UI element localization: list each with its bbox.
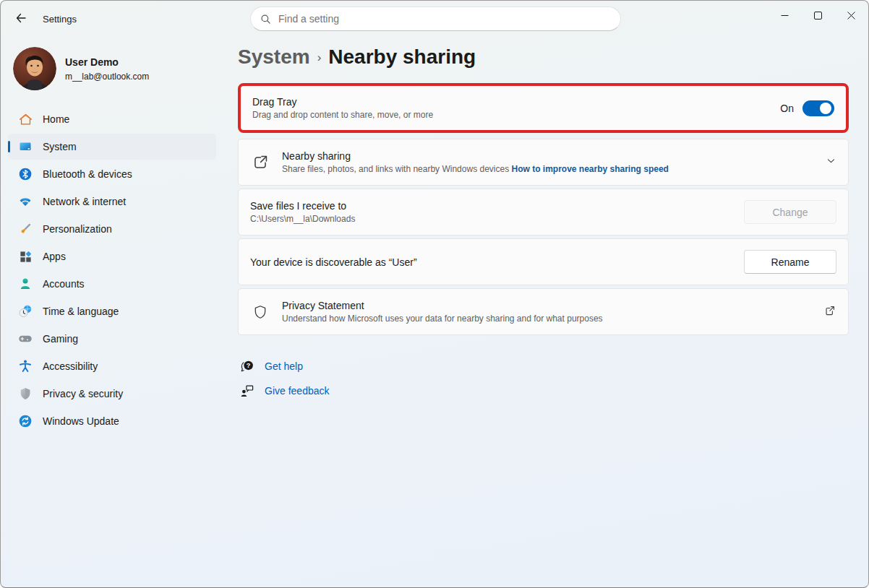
discoverable-card: Your device is discoverable as “User” Re… xyxy=(238,238,849,285)
help-links: ? Get help Give feedback xyxy=(238,358,849,399)
sidebar-item-label: Privacy & security xyxy=(43,388,123,399)
wifi-icon xyxy=(18,194,33,209)
search-input[interactable] xyxy=(278,13,611,25)
sidebar: User Demo m__lab@outlook.com Home System xyxy=(1,37,225,588)
shield-icon xyxy=(18,386,33,401)
sidebar-item-gaming[interactable]: Gaming xyxy=(8,326,216,352)
sidebar-item-accounts[interactable]: Accounts xyxy=(8,271,216,297)
improve-speed-link[interactable]: How to improve nearby sharing speed xyxy=(512,164,669,174)
sidebar-item-label: Apps xyxy=(43,251,66,262)
share-icon xyxy=(250,153,270,172)
drag-tray-toggle[interactable]: On xyxy=(780,100,834,116)
rename-button[interactable]: Rename xyxy=(744,250,836,274)
sidebar-item-label: Accounts xyxy=(43,278,85,290)
user-email: m__lab@outlook.com xyxy=(65,72,149,82)
get-help-link[interactable]: Get help xyxy=(265,360,303,372)
save-files-title: Save files I receive to xyxy=(250,200,355,212)
sidebar-item-label: Time & language xyxy=(43,306,119,317)
svg-text:?: ? xyxy=(247,362,251,369)
sidebar-item-label: Gaming xyxy=(43,333,78,345)
breadcrumb: System › Nearby sharing xyxy=(238,46,849,69)
drag-tray-card: Drag Tray Drag and drop content to share… xyxy=(238,83,849,133)
sidebar-item-label: Personalization xyxy=(43,223,112,235)
get-help-icon: ? xyxy=(239,358,255,374)
chevron-down-icon[interactable] xyxy=(826,155,836,169)
sidebar-item-network-internet[interactable]: Network & internet xyxy=(8,189,216,215)
gamepad-icon xyxy=(18,332,33,346)
nearby-sharing-subtitle: Share files, photos, and links with near… xyxy=(282,164,509,174)
nearby-sharing-title: Nearby sharing xyxy=(282,150,669,162)
close-button[interactable] xyxy=(834,1,868,29)
update-icon xyxy=(18,414,33,428)
home-icon xyxy=(18,112,33,126)
search-box[interactable] xyxy=(250,7,621,31)
brush-icon xyxy=(18,222,33,236)
sidebar-item-bluetooth-devices[interactable]: Bluetooth & devices xyxy=(8,161,216,187)
page-title: Nearby sharing xyxy=(328,46,476,69)
clock-globe-icon xyxy=(18,304,33,319)
sidebar-item-label: Network & internet xyxy=(43,196,126,207)
back-arrow-icon xyxy=(15,12,27,26)
give-feedback-link[interactable]: Give feedback xyxy=(265,385,330,397)
breadcrumb-parent[interactable]: System xyxy=(238,46,310,69)
sidebar-item-label: Windows Update xyxy=(43,415,119,427)
accessibility-person-icon xyxy=(18,359,33,373)
system-icon xyxy=(18,139,33,154)
give-feedback-icon xyxy=(239,383,255,399)
sidebar-item-home[interactable]: Home xyxy=(8,106,216,132)
sidebar-item-accessibility[interactable]: Accessibility xyxy=(8,353,216,379)
person-icon xyxy=(18,277,33,291)
user-avatar xyxy=(13,47,56,90)
bluetooth-icon xyxy=(18,167,33,181)
discoverable-title: Your device is discoverable as “User” xyxy=(250,256,417,268)
app-title: Settings xyxy=(43,14,77,25)
toggle-state-label: On xyxy=(780,103,794,114)
breadcrumb-separator-icon: › xyxy=(317,51,322,65)
sidebar-item-label: Accessibility xyxy=(43,360,98,372)
privacy-statement-title: Privacy Statement xyxy=(282,300,603,311)
give-feedback-row[interactable]: Give feedback xyxy=(239,383,849,399)
change-button[interactable]: Change xyxy=(744,200,836,224)
maximize-button[interactable] xyxy=(801,1,834,29)
minimize-button[interactable] xyxy=(768,1,801,29)
nearby-sharing-card[interactable]: Nearby sharing Share files, photos, and … xyxy=(238,139,849,186)
privacy-statement-subtitle: Understand how Microsoft uses your data … xyxy=(282,314,603,324)
settings-window: Settings xyxy=(0,0,869,588)
sidebar-nav: Home System Bluetooth & devices xyxy=(1,106,225,434)
search-icon xyxy=(260,14,271,25)
back-button[interactable] xyxy=(9,7,33,30)
titlebar: Settings xyxy=(1,1,868,37)
user-name: User Demo xyxy=(65,56,149,68)
sidebar-item-personalization[interactable]: Personalization xyxy=(8,216,216,242)
sidebar-item-privacy-security[interactable]: Privacy & security xyxy=(8,381,216,407)
sidebar-item-apps[interactable]: Apps xyxy=(8,243,216,269)
sidebar-item-windows-update[interactable]: Windows Update xyxy=(8,408,216,434)
get-help-row[interactable]: ? Get help xyxy=(239,358,849,374)
sidebar-item-system[interactable]: System xyxy=(8,134,216,160)
user-account-button[interactable]: User Demo m__lab@outlook.com xyxy=(1,44,225,93)
toggle-switch[interactable] xyxy=(802,100,834,116)
caption-buttons xyxy=(768,1,868,29)
sidebar-item-label: System xyxy=(43,141,77,152)
main-content: System › Nearby sharing Drag Tray Drag a… xyxy=(225,37,868,588)
external-link-icon[interactable] xyxy=(823,304,836,320)
sidebar-item-time-language[interactable]: Time & language xyxy=(8,298,216,324)
drag-tray-subtitle: Drag and drop content to share, move, or… xyxy=(252,110,433,120)
save-files-path: C:\Users\m__la\Downloads xyxy=(250,214,355,224)
sidebar-item-label: Bluetooth & devices xyxy=(43,168,132,180)
sidebar-item-label: Home xyxy=(43,113,69,125)
privacy-statement-card[interactable]: Privacy Statement Understand how Microso… xyxy=(238,288,849,335)
toggle-knob xyxy=(820,103,831,114)
drag-tray-title: Drag Tray xyxy=(252,96,433,108)
search-container xyxy=(250,7,621,31)
apps-icon xyxy=(18,249,33,264)
save-files-card: Save files I receive to C:\Users\m__la\D… xyxy=(238,189,849,235)
shield-outline-icon xyxy=(250,304,270,320)
